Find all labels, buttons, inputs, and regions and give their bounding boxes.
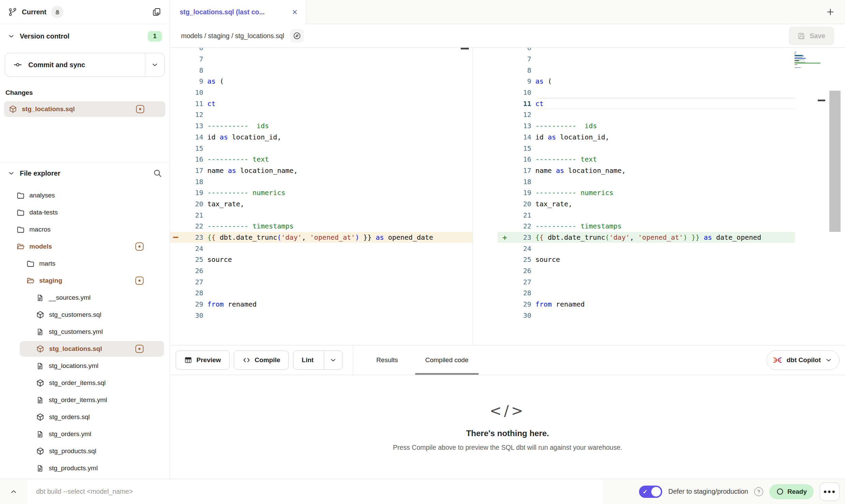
commit-and-sync-main[interactable]: Commit and sync <box>5 53 145 76</box>
file-tree-item-staging[interactable]: staging <box>0 272 169 289</box>
modified-badge <box>135 277 144 285</box>
file-label: staging <box>39 277 62 284</box>
tab-compiled-code[interactable]: Compiled code <box>412 345 482 375</box>
line-number: 12 <box>170 110 203 119</box>
chevron-down-icon <box>329 356 337 364</box>
code-text: from renamed <box>207 300 257 308</box>
folder-icon <box>26 260 34 268</box>
file-label: stg_locations.sql <box>49 345 102 353</box>
model-icon <box>36 311 44 319</box>
file-label: macros <box>29 226 50 233</box>
dbt-copilot-button[interactable]: dbt Copilot <box>767 350 840 370</box>
file-tree-item-stg-orders-sql[interactable]: stg_orders.sql <box>0 409 169 426</box>
file-tree-item-stg-products-yml[interactable]: stg_products.yml <box>0 460 169 477</box>
branch-lock-badge <box>51 6 63 18</box>
branch-name: Current <box>22 8 46 16</box>
tab-label: stg_locations.sql (last co... <box>180 8 265 16</box>
line-number: 7 <box>170 55 203 63</box>
close-icon[interactable] <box>291 9 298 16</box>
copy-icon[interactable] <box>152 7 161 17</box>
file-tree-item-stg-locations-sql[interactable]: stg_locations.sql <box>0 340 169 357</box>
code-line-21: 21 <box>170 209 472 221</box>
line-number: 13 <box>170 122 203 130</box>
diff-pane-original[interactable]: 6789as (1011ct1213---------- ids14id as … <box>170 48 473 345</box>
file-tree-item-stg-products-sql[interactable]: stg_products.sql <box>0 443 169 460</box>
defer-toggle[interactable]: ✓ <box>639 486 662 498</box>
changed-file-row[interactable]: stg_locations.sql <box>4 101 165 117</box>
file-tree-item-stg-order-items-sql[interactable]: stg_order_items.sql <box>0 374 169 391</box>
overview-ruler-mark <box>461 48 469 49</box>
command-input[interactable] <box>27 479 603 504</box>
file-tree-item-stg-locations-yml[interactable]: stg_locations.yml <box>0 357 169 374</box>
line-number: 25 <box>498 255 531 264</box>
status-badge[interactable]: Ready <box>769 484 814 499</box>
doc-icon <box>36 396 44 404</box>
line-number: 14 <box>498 133 531 141</box>
file-tree-item-analyses[interactable]: analyses <box>0 187 169 204</box>
file-label: stg_orders.sql <box>49 413 90 421</box>
line-number: 12 <box>498 110 531 119</box>
code-text: ---------- timestamps <box>535 222 622 230</box>
search-icon[interactable] <box>153 169 162 178</box>
line-number: 6 <box>170 48 203 52</box>
code-line-26: 26 <box>498 265 795 277</box>
code-line-30: 30 <box>170 310 472 321</box>
line-number: 22 <box>170 222 203 230</box>
lint-button[interactable]: Lint <box>293 351 342 370</box>
doc-icon <box>36 464 44 472</box>
file-tree-item-stg-customers-sql[interactable]: stg_customers.sql <box>0 306 169 323</box>
doc-icon <box>36 430 44 438</box>
code-line-22: 22---------- timestamps <box>170 221 472 232</box>
file-tree-item-stg-orders-yml[interactable]: stg_orders.yml <box>0 426 169 443</box>
file-tree-item--sources-yml[interactable]: __sources.yml <box>0 289 169 306</box>
collapse-command-bar[interactable] <box>0 488 27 496</box>
lint-options-caret[interactable] <box>324 351 342 369</box>
code-line-23: +23{{ dbt.date_trunc('day', 'opened_at')… <box>498 232 795 243</box>
minimap[interactable] <box>795 49 822 69</box>
code-text: ---------- numerics <box>207 189 285 197</box>
file-tree-item-marts[interactable]: marts <box>0 255 169 272</box>
line-number: 9 <box>498 77 531 85</box>
help-icon[interactable]: ? <box>754 487 763 496</box>
commit-options-caret[interactable] <box>145 53 164 76</box>
code-line-28: 28 <box>498 287 795 299</box>
toolbar-divider <box>353 345 353 375</box>
version-control-header[interactable]: Version control 1 <box>0 24 169 48</box>
code-line-15: 15 <box>170 143 472 154</box>
file-label: stg_orders.yml <box>49 430 91 438</box>
tab-results[interactable]: Results <box>363 345 412 375</box>
lineage-button[interactable] <box>290 29 304 43</box>
code-line-12: 12 <box>170 109 472 120</box>
lock-icon <box>54 9 61 15</box>
line-number: 28 <box>498 289 531 297</box>
code-text: tax_rate, <box>207 200 244 208</box>
file-tree-item-models[interactable]: models <box>0 238 169 255</box>
file-explorer-header[interactable]: File explorer <box>0 163 169 183</box>
code-line-29: 29from renamed <box>170 299 472 310</box>
preview-button[interactable]: Preview <box>176 351 229 370</box>
diff-pane-modified[interactable]: 6789as (1011ct1213---------- ids14id as … <box>498 48 845 345</box>
save-button[interactable]: Save <box>789 27 834 45</box>
file-tree-item-stg-customers-yml[interactable]: stg_customers.yml <box>0 323 169 340</box>
file-tree-item-stg-order-items-yml[interactable]: stg_order_items.yml <box>0 391 169 409</box>
line-number: 26 <box>498 267 531 275</box>
file-explorer-title: File explorer <box>20 169 60 177</box>
ellipsis-icon[interactable]: ●●● <box>820 483 840 501</box>
vertical-scrollbar[interactable] <box>829 91 841 232</box>
lineage-icon <box>293 31 301 40</box>
file-tree-item-macros[interactable]: macros <box>0 221 169 238</box>
tab-stg-locations[interactable]: stg_locations.sql (last co... <box>170 0 306 24</box>
line-number: 22 <box>498 222 531 230</box>
status-bar: ✓ Defer to staging/production ? Ready ●●… <box>0 479 845 504</box>
code-line-19: 19---------- numerics <box>170 187 472 198</box>
line-number: 16 <box>498 155 531 163</box>
code-line-27: 27 <box>170 276 472 287</box>
folder-open-icon <box>16 242 25 251</box>
code-line-24: 24 <box>170 243 472 254</box>
compile-button[interactable]: Compile <box>234 351 289 370</box>
branch-header: Current <box>0 0 169 24</box>
plus-icon[interactable] <box>826 8 835 16</box>
file-tree-item-data-tests[interactable]: data-tests <box>0 204 169 221</box>
code-line-25: 25source <box>498 254 795 265</box>
code-icon: </> <box>490 402 526 419</box>
